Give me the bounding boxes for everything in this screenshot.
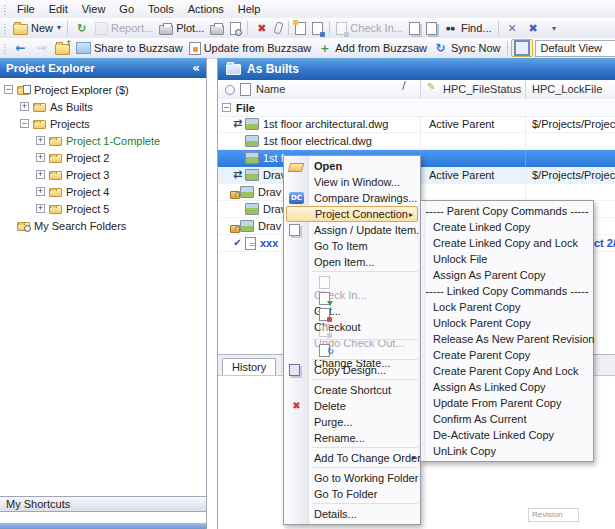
submenu-item-confirm-as-current[interactable]: Confirm As Current [421, 411, 593, 427]
column-lockfile[interactable]: HPC_LockFile [525, 80, 615, 99]
find-button[interactable]: ●●Find... [440, 20, 495, 36]
submenu-item-unlink-copy[interactable]: UnLink Copy [421, 443, 593, 459]
submenu-item-unlock-file[interactable]: Unlock File [421, 251, 593, 267]
menu-item-change-state[interactable]: Change State... [284, 342, 420, 358]
sync-green-icon: ↻ [74, 21, 89, 35]
menu-item-purge[interactable]: Purge... [284, 414, 420, 430]
icon-spacer [230, 135, 245, 148]
menu-item-go-to-folder[interactable]: Go To Folder [284, 486, 420, 502]
update-from-buzzsaw-button[interactable]: Update from Buzzsaw [186, 41, 315, 56]
tree-expander[interactable]: + [36, 136, 45, 145]
add-from-buzzsaw-button[interactable]: +Add from Buzzsaw [314, 40, 430, 56]
menu-item-checkout[interactable]: Checkout [284, 306, 420, 322]
submenu-item-linked-copy-commands: ----- Linked Copy Commands ----- [421, 283, 593, 299]
new-button[interactable]: New▾ [10, 20, 64, 36]
menu-item-open-item[interactable]: Open Item... [284, 254, 420, 270]
paperclip-icon[interactable] [272, 21, 285, 35]
window-bottom-strip [0, 523, 206, 529]
tree-item-project-5[interactable]: + Project 5 [0, 200, 206, 217]
doc-pages-icon[interactable] [406, 21, 423, 36]
tree-item-my-search-folders[interactable]: My Search Folders [0, 217, 206, 234]
menu-file[interactable]: File [10, 2, 42, 16]
menu-item-create-shortcut[interactable]: Create Shortcut [284, 382, 420, 398]
my-shortcuts-bar[interactable]: My Shortcuts [0, 496, 206, 512]
doc-assign-icon[interactable] [309, 21, 326, 36]
tree-expander[interactable]: + [36, 170, 45, 179]
menu-item-rename[interactable]: Rename... [284, 430, 420, 446]
column-name[interactable]: Name ∕ [218, 80, 420, 99]
submenu-item-update-from-parent-copy[interactable]: Update From Parent Copy [421, 395, 593, 411]
submenu-item-create-parent-copy[interactable]: Create Parent Copy [421, 347, 593, 363]
folder-up-icon[interactable] [52, 40, 73, 56]
tree-item-project-4[interactable]: + Project 4 [0, 183, 206, 200]
menu-item-compare-drawings[interactable]: DC Compare Drawings... [284, 190, 420, 206]
collapse-panel-icon[interactable]: « [192, 62, 200, 74]
tree-item-projects[interactable]: − Projects [0, 115, 206, 132]
menu-tools[interactable]: Tools [141, 2, 181, 16]
doc-new-icon[interactable] [292, 21, 309, 36]
plot-button[interactable]: Plot... [156, 20, 207, 36]
button-label: Share to Buzzsaw [94, 42, 183, 54]
tree-expander[interactable]: + [20, 102, 29, 111]
tree-item-project-3[interactable]: + Project 3 [0, 166, 206, 183]
submenu-item-create-parent-copy-and-lock[interactable]: Create Parent Copy And Lock [421, 363, 593, 379]
menu-item-delete[interactable]: ✖ Delete [284, 398, 420, 414]
menu-help[interactable]: Help [231, 2, 268, 16]
submenu-item-assign-as-linked-copy[interactable]: Assign As Linked Copy [421, 379, 593, 395]
menu-item-project-connection[interactable]: Project Connection ▸ [286, 206, 418, 222]
submenu-item-assign-as-parent-copy[interactable]: Assign As Parent Copy [421, 267, 593, 283]
tree-item-project-1-complete[interactable]: + Project 1-Complete [0, 132, 206, 149]
file-row-1st-floor-electrical-dwg[interactable]: 1st floor electrical.dwg [218, 133, 615, 150]
tree-expander[interactable]: − [20, 119, 29, 128]
back-arrow-icon[interactable]: ← [10, 40, 31, 56]
menu-item-open[interactable]: Open [284, 158, 420, 174]
view-selector-combo[interactable]: Default View▾ [535, 40, 615, 57]
file-group-row[interactable]: − File [218, 99, 615, 117]
tree-expander[interactable]: + [36, 153, 45, 162]
tree-item-project-2[interactable]: + Project 2 [0, 149, 206, 166]
preview-icon[interactable] [227, 21, 244, 36]
file-name: xxx [260, 235, 278, 251]
tree-item-project-explorer[interactable]: − Project Explorer ($) [0, 81, 206, 98]
doc-pages2-icon[interactable] [423, 21, 440, 36]
buzzsaw-update-icon [189, 42, 201, 55]
menu-edit[interactable]: Edit [42, 2, 75, 16]
sync-now-button[interactable]: ↻Sync Now [430, 40, 504, 56]
tab-history[interactable]: History [222, 358, 276, 375]
purge-icon[interactable]: ✕ [502, 20, 523, 36]
menu-go[interactable]: Go [112, 2, 141, 16]
submenu-item-unlock-parent-copy[interactable]: Unlock Parent Copy [421, 315, 593, 331]
sort-indicator-icon[interactable]: ∕ [402, 80, 406, 91]
file-row-1st-floor-architectural-dwg[interactable]: ⇄1st floor architectural.dwgActive Paren… [218, 116, 615, 133]
menu-item-details[interactable]: Details... [284, 506, 420, 522]
view-toggle-icon[interactable] [511, 39, 533, 57]
menu-view[interactable]: View [75, 2, 113, 16]
group-expander[interactable]: − [222, 103, 231, 112]
tree-expander[interactable]: + [36, 187, 45, 196]
report-button: Report... [92, 21, 156, 36]
tree-expander[interactable]: − [4, 85, 13, 94]
submenu-item-de-activate-linked-copy[interactable]: De-Activate Linked Copy [421, 427, 593, 443]
x-blue-icon[interactable]: ✖ [523, 20, 544, 36]
submenu-item-create-linked-copy[interactable]: Create Linked Copy [421, 219, 593, 235]
menu-item-icon: DC [289, 192, 304, 204]
sync-green-icon[interactable]: ↻ [71, 20, 92, 36]
delete-red-icon[interactable]: ✖ [251, 20, 272, 36]
menu-item-view-in-window[interactable]: View in Window... [284, 174, 420, 190]
overflow-chevron-icon[interactable]: ▾ [544, 20, 565, 36]
submenu-item-create-linked-copy-and-lock[interactable]: Create Linked Copy and Lock [421, 235, 593, 251]
menu-item-assign-update-item[interactable]: Assign / Update Item... [284, 222, 420, 238]
menu-actions[interactable]: Actions [181, 2, 231, 16]
menu-item-get[interactable]: Get... [284, 290, 420, 306]
share-to-buzzsaw-button[interactable]: Share to Buzzsaw [73, 41, 186, 55]
submenu-item-release-as-new-parent-revision[interactable]: Release As New Parent Revision [421, 331, 593, 347]
tree-item-as-builts[interactable]: + As Builts [0, 98, 206, 115]
menu-item-go-to-working-folder[interactable]: Go to Working Folder [284, 470, 420, 486]
column-filestatus[interactable]: ✎ HPC_FileStatus [420, 80, 525, 99]
tree-expander[interactable]: + [36, 204, 45, 213]
menu-item-add-to-change-order[interactable]: Add To Change Order ▸ [284, 450, 420, 466]
menu-item-go-to-item[interactable]: Go To Item [284, 238, 420, 254]
submenu-item-lock-parent-copy[interactable]: Lock Parent Copy [421, 299, 593, 315]
printer-icon[interactable] [207, 20, 227, 36]
menu-item-copy-design[interactable]: Copy Design... [284, 362, 420, 378]
